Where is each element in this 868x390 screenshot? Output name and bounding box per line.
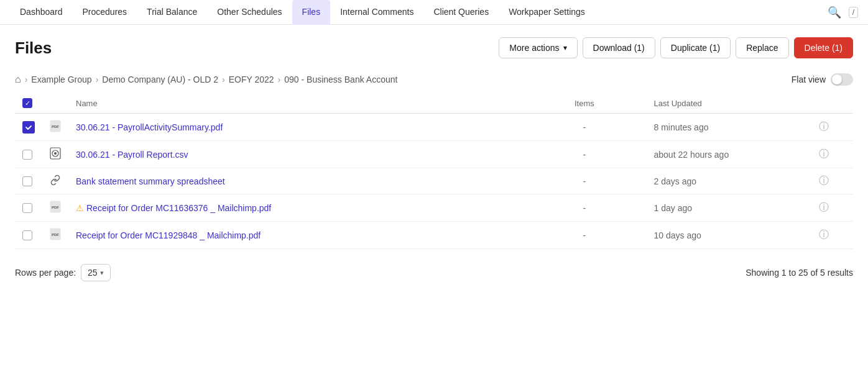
info-icon[interactable]: ⓘ <box>819 148 829 159</box>
svg-text:PDF: PDF <box>52 125 59 129</box>
breadcrumb-item-2[interactable]: EOFY 2022 <box>229 75 274 84</box>
breadcrumb-arrow-2: › <box>222 75 225 84</box>
warning-icon: ⚠ <box>76 203 84 213</box>
nav-item-files[interactable]: Files <box>292 0 331 25</box>
download-button[interactable]: Download (1) <box>583 37 655 58</box>
row-checkbox[interactable] <box>22 150 32 160</box>
file-type-icon: PDF <box>50 124 61 134</box>
rows-per-page-select[interactable]: 25 ▾ <box>81 264 111 281</box>
row-checkbox-cell <box>15 168 42 194</box>
row-info-cell: ⓘ <box>811 141 853 168</box>
search-icon[interactable]: 🔍 <box>828 6 841 19</box>
row-file-icon-cell: PDF <box>42 114 68 141</box>
nav-item-trial-balance[interactable]: Trial Balance <box>137 0 207 25</box>
select-all-checkbox[interactable] <box>22 98 32 108</box>
info-icon[interactable]: ⓘ <box>819 229 829 240</box>
breadcrumb-item-0[interactable]: Example Group <box>31 75 91 84</box>
row-items-cell: - <box>522 222 646 249</box>
th-items: Items <box>522 93 646 114</box>
home-icon[interactable]: ⌂ <box>15 74 21 85</box>
row-checkbox-cell <box>15 114 42 141</box>
row-info-cell: ⓘ <box>811 168 853 194</box>
info-icon[interactable]: ⓘ <box>819 202 829 212</box>
th-name: Name <box>68 93 522 114</box>
row-name-cell: Receipt for Order MC11929848 _ Mailchimp… <box>68 222 522 249</box>
row-items-cell: - <box>522 168 646 194</box>
more-actions-label: More actions <box>509 43 559 53</box>
file-type-icon: PDF <box>50 232 61 242</box>
breadcrumb-item-3[interactable]: 090 - Business Bank Account <box>284 75 397 84</box>
svg-text:PDF: PDF <box>52 206 59 209</box>
nav-item-other-schedules[interactable]: Other Schedules <box>207 0 292 25</box>
file-name-link[interactable]: 30.06.21 - Payroll Report.csv <box>76 150 188 160</box>
breadcrumb-arrow-0: › <box>25 75 28 84</box>
nav-item-internal-comments[interactable]: Internal Comments <box>330 0 423 25</box>
nav-item-client-queries[interactable]: Client Queries <box>423 0 499 25</box>
flat-view-toggle[interactable] <box>831 73 853 86</box>
header-actions: More actions ▾ Download (1) Duplicate (1… <box>499 37 853 58</box>
row-file-icon-cell <box>42 141 68 168</box>
nav-item-workpaper-settings[interactable]: Workpaper Settings <box>499 0 595 25</box>
row-items-cell: - <box>522 194 646 222</box>
breadcrumb-item-1[interactable]: Demo Company (AU) - OLD 2 <box>102 75 218 84</box>
nav-items: DashboardProceduresTrial BalanceOther Sc… <box>10 0 595 24</box>
info-icon[interactable]: ⓘ <box>819 121 829 132</box>
file-name-link[interactable]: Bank statement summary spreadsheet <box>76 176 225 186</box>
download-label: Download (1) <box>593 43 645 53</box>
row-info-cell: ⓘ <box>811 114 853 141</box>
row-checkbox-cell <box>15 141 42 168</box>
file-type-icon <box>50 178 61 188</box>
table-row: 30.06.21 - Payroll Report.csv-about 22 h… <box>15 141 853 168</box>
file-name-link[interactable]: 30.06.21 - PayrollActivitySummary.pdf <box>76 122 223 132</box>
row-updated-cell: 8 minutes ago <box>647 114 812 141</box>
row-checkbox-cell <box>15 194 42 222</box>
row-checkbox[interactable] <box>22 230 32 240</box>
th-info <box>811 93 853 114</box>
nav-item-dashboard[interactable]: Dashboard <box>10 0 73 25</box>
replace-label: Replace <box>746 43 778 53</box>
row-checked-icon[interactable] <box>22 121 35 134</box>
duplicate-button[interactable]: Duplicate (1) <box>660 37 731 58</box>
row-name-cell: 30.06.21 - Payroll Report.csv <box>68 141 522 168</box>
svg-text:PDF: PDF <box>52 233 59 237</box>
row-name-cell: Bank statement summary spreadsheet <box>68 168 522 194</box>
pagination-bar: Rows per page: 25 ▾ Showing 1 to 25 of 5… <box>0 254 868 291</box>
th-last-updated: Last Updated <box>647 93 812 114</box>
row-file-icon-cell <box>42 168 68 194</box>
rows-per-page-value: 25 <box>88 268 98 278</box>
breadcrumb-right: Flat view <box>792 73 853 86</box>
breadcrumb: ⌂ › Example Group › Demo Company (AU) - … <box>0 68 868 93</box>
row-file-icon-cell: PDF <box>42 222 68 249</box>
row-updated-cell: 1 day ago <box>647 194 812 222</box>
breadcrumb-arrow-3: › <box>278 75 281 84</box>
rows-per-page-label: Rows per page: <box>15 268 76 278</box>
th-checkbox <box>15 93 42 114</box>
file-name-link[interactable]: Receipt for Order MC11636376 _ Mailchimp… <box>86 203 271 213</box>
file-type-icon <box>50 152 61 161</box>
file-name-link[interactable]: Receipt for Order MC11929848 _ Mailchimp… <box>76 230 261 240</box>
delete-button[interactable]: Delete (1) <box>794 37 853 58</box>
row-checkbox[interactable] <box>22 176 32 186</box>
row-items-cell: - <box>522 114 646 141</box>
row-checkbox[interactable] <box>22 203 32 213</box>
table-row: PDFReceipt for Order MC11929848 _ Mailch… <box>15 222 853 249</box>
table-row: PDF⚠Receipt for Order MC11636376 _ Mailc… <box>15 194 853 222</box>
nav-item-procedures[interactable]: Procedures <box>73 0 137 25</box>
rows-per-page-section: Rows per page: 25 ▾ <box>15 264 111 281</box>
row-updated-cell: 2 days ago <box>647 168 812 194</box>
info-icon[interactable]: ⓘ <box>819 175 829 186</box>
page-header: Files More actions ▾ Download (1) Duplic… <box>0 25 868 68</box>
files-table: Name Items Last Updated PDF30.06.21 - Pa… <box>15 93 853 249</box>
delete-label: Delete (1) <box>805 43 843 53</box>
more-actions-button[interactable]: More actions ▾ <box>499 37 577 58</box>
row-checkbox-cell <box>15 222 42 249</box>
replace-button[interactable]: Replace <box>736 37 788 58</box>
breadcrumb-arrow-1: › <box>96 75 99 84</box>
row-updated-cell: about 22 hours ago <box>647 141 812 168</box>
select-chevron-icon: ▾ <box>100 269 104 277</box>
files-table-wrap: Name Items Last Updated PDF30.06.21 - Pa… <box>0 93 868 249</box>
slash-shortcut[interactable]: / <box>849 7 858 18</box>
page-title: Files <box>15 39 52 58</box>
pagination-info: Showing 1 to 25 of 5 results <box>746 268 853 278</box>
toggle-thumb <box>832 75 842 84</box>
